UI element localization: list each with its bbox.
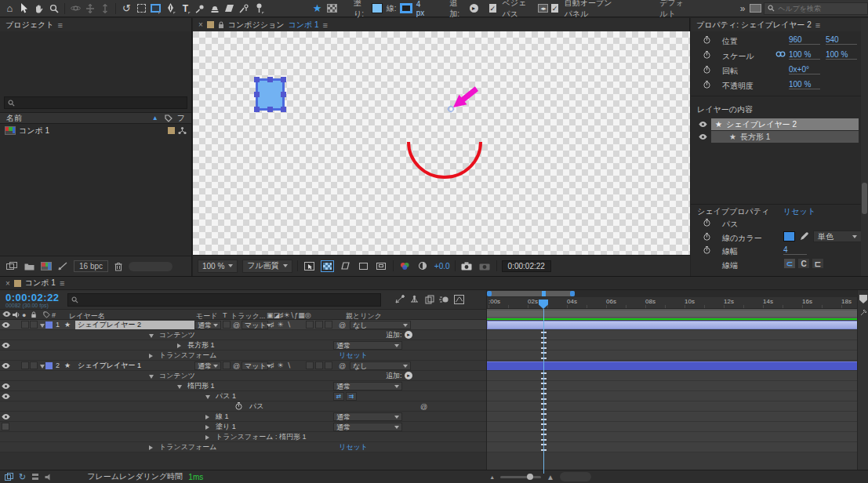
expression-pickwhip-icon[interactable]: @ [420,402,427,412]
viewer-panel-menu-icon[interactable]: ≡ [323,20,328,30]
rectangle-tool-icon[interactable] [150,2,163,16]
color-mode-select[interactable]: 単色 [813,231,862,242]
puppet-pin-tool-icon[interactable] [252,2,266,16]
comp-marker-button[interactable] [859,295,867,303]
resolution-select[interactable]: フル画質 [242,260,292,273]
property-value[interactable]: 100 % [826,50,857,60]
timeline-property-row[interactable]: 塗り 1通常 [0,422,486,432]
pen-tool-icon[interactable] [164,2,177,16]
property-group-name[interactable]: コンテンツ [159,330,195,340]
mask-visibility-icon[interactable] [339,260,352,272]
track-matte-select[interactable]: マット [242,361,268,370]
frame-blending-icon[interactable] [422,293,437,306]
stopwatch-icon[interactable] [235,402,242,410]
properties-panel-menu-icon[interactable]: ≡ [815,20,820,30]
switch-cell[interactable] [306,321,314,329]
twirl-down-icon[interactable] [149,334,154,338]
stroke-color-swatch[interactable] [400,3,412,13]
switch-cell[interactable] [21,321,29,329]
transparency-grid-icon[interactable] [321,260,334,272]
timeline-graph-row[interactable] [487,422,858,432]
viewer-timecode[interactable]: 0:00:02:22 [502,260,551,272]
exposure-icon[interactable] [416,260,430,272]
blend-mode-select[interactable]: 通常 [333,341,402,350]
shape-group-name[interactable]: 線 1 [216,412,229,421]
path-direction-icon[interactable]: ⇄ [333,392,344,401]
property-name[interactable]: パス [249,401,263,411]
shape-group-name[interactable]: 長方形 1 [187,340,215,350]
timeline-graph-row[interactable] [487,432,858,442]
project-search-box[interactable] [4,96,187,109]
project-tab-label[interactable]: プロジェクト [5,20,53,31]
timeline-graph-row[interactable] [487,401,858,412]
region-of-interest-icon[interactable] [357,260,370,272]
add-menu-icon[interactable]: ▸ [405,372,412,380]
workspace-label[interactable]: デフォルト [659,0,690,20]
zoom-in-mountain-icon[interactable]: ▲ [547,473,554,481]
timeline-graph-row[interactable] [487,330,858,340]
layer-switches[interactable]: ♯☀∖ [271,361,294,370]
shape-reset-button[interactable]: リセット [783,206,815,217]
project-scroll-pill[interactable] [129,262,173,271]
stopwatch-icon[interactable] [703,51,710,59]
twirl-right-icon[interactable] [149,354,153,358]
interpret-footage-icon[interactable] [6,262,18,271]
timeline-property-row[interactable]: コンテンツ追加:▸ [0,371,486,381]
hand-tool-icon[interactable] [33,2,46,16]
stopwatch-icon[interactable] [703,233,710,241]
new-folder-icon[interactable] [24,263,35,271]
twirl-down-icon[interactable] [40,365,45,369]
channels-icon[interactable] [398,260,412,272]
panel-toggle-icon[interactable]: ◂▸ [537,2,550,16]
cap-butt-button[interactable]: ⊂ [783,258,796,269]
comp-button-icon[interactable] [860,309,867,316]
workspace-switcher-icon[interactable] [749,2,762,16]
bezier-path-checkbox[interactable]: ✓ [489,4,496,13]
trash-icon[interactable] [114,262,122,271]
timeline-tab-name[interactable]: コンポ 1 [25,278,56,289]
workspace-overflow[interactable]: » [740,3,746,14]
switch-cell[interactable] [325,321,332,329]
home-icon[interactable]: ⌂ [3,2,16,16]
close-tab-icon[interactable]: × [5,279,10,288]
property-value[interactable]: 100 % [789,80,820,89]
timeline-graph-row[interactable] [487,350,858,361]
timeline-graph-row[interactable] [487,371,858,381]
timeline-graph-row[interactable] [487,412,858,422]
parent-link-select[interactable]: なし [350,361,411,370]
switch-cell[interactable] [223,321,231,329]
switch-cell[interactable] [30,361,38,369]
timeline-property-row[interactable]: パス 1⇄⇉ [0,391,486,401]
parent-pickwhip-icon[interactable]: @ [339,361,346,371]
help-search-box[interactable] [764,2,868,15]
reset-button[interactable]: リセット [339,442,368,452]
timeline-layer-row[interactable]: 2★シェイプレイヤー 1通常@マット♯☀∖@なし [0,361,486,371]
stopwatch-icon[interactable] [703,36,710,44]
grid-guides-options-icon[interactable] [303,260,316,272]
rotation-tool-icon[interactable]: ↺ [120,2,133,16]
zoom-slider-thumb[interactable] [527,474,533,480]
layer-label-color-chip[interactable] [45,362,53,369]
draft-3d-icon[interactable] [407,293,422,306]
pan-camera-tool-icon[interactable] [84,2,97,16]
twirl-down-icon[interactable] [177,385,182,389]
motion-blur-icon[interactable] [437,293,452,306]
pan-behind-tool-icon[interactable] [135,2,148,16]
auto-open-panel-checkbox[interactable]: ✓ [551,4,557,13]
label-column-icon[interactable] [165,114,173,122]
anchor-point-icon[interactable] [448,106,455,113]
switch-cell[interactable] [325,361,332,369]
timeline-property-row[interactable]: パス@ [0,401,486,412]
switch-cell[interactable] [223,361,231,369]
layer-contents-row[interactable]: ★シェイプレイヤー 2 [691,118,868,130]
switch-cell[interactable] [30,321,38,329]
project-item-name[interactable]: コンポ 1 [19,125,165,136]
twirl-right-icon[interactable] [205,435,209,440]
eye-icon[interactable] [2,343,10,348]
name-column-label[interactable]: 名前 [6,113,152,124]
stopwatch-icon[interactable] [703,219,710,227]
switch-cell[interactable] [315,361,323,369]
eye-icon[interactable] [2,363,10,369]
property-group-name[interactable]: トランスフォーム : 楕円形 1 [216,432,306,441]
eye-icon[interactable] [2,414,10,419]
